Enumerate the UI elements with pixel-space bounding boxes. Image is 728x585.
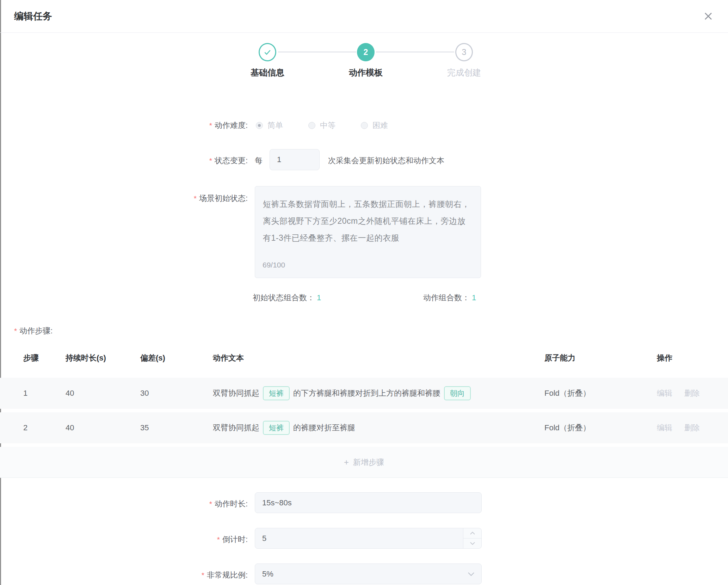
- plus-icon: +: [344, 458, 349, 467]
- spinner-up-button[interactable]: [463, 528, 481, 538]
- action-steps-label: *动作步骤:: [14, 326, 53, 336]
- cell-operations: 编辑 删除: [657, 388, 728, 399]
- required-asterisk: *: [209, 500, 212, 508]
- action-duration-label: *动作时长:: [134, 499, 248, 509]
- state-change-input[interactable]: [270, 149, 320, 170]
- countdown-input-wrap: [255, 528, 482, 549]
- step-2-circle: 2: [357, 43, 375, 61]
- radio-difficulty-easy[interactable]: 简单: [256, 120, 283, 131]
- steps-table-header: 步骤 持续时长(s) 偏差(s) 动作文本 原子能力 操作: [0, 347, 728, 369]
- action-combo: 动作组合数：1: [423, 292, 476, 303]
- step-3-circle: 3: [455, 43, 473, 61]
- cell-step: 1: [23, 389, 66, 398]
- edit-task-dialog: 编辑任务 2 3 基础信息 动作模板 完成创建 *动作难度: 简单 中等: [0, 0, 728, 585]
- irregular-ratio-label: *非常规比例:: [134, 570, 248, 580]
- action-text-tag: 朝向: [444, 386, 471, 400]
- number-spinner: [463, 528, 481, 548]
- action-text-segment: 双臂协同抓起: [213, 423, 259, 433]
- action-text-tag: 短裤: [263, 421, 290, 435]
- add-step-button[interactable]: + 新增步骤: [344, 457, 384, 468]
- required-asterisk: *: [202, 571, 204, 579]
- required-asterisk: *: [209, 156, 212, 165]
- step-2-number: 2: [364, 48, 368, 57]
- cell-deviation: 35: [140, 423, 213, 432]
- step-1-circle: [259, 43, 276, 61]
- cell-duration: 40: [66, 389, 140, 398]
- close-button[interactable]: [701, 9, 715, 23]
- action-text-segment: 的裤腰对折至裤腿: [293, 423, 355, 433]
- add-step-label: 新增步骤: [353, 457, 384, 468]
- countdown-input[interactable]: [255, 528, 452, 548]
- dialog-header: 编辑任务: [0, 0, 728, 32]
- col-header-deviation: 偏差(s): [140, 353, 213, 363]
- spinner-down-button[interactable]: [463, 538, 481, 548]
- cell-ability: Fold（折叠）: [544, 423, 657, 433]
- radio-difficulty-hard[interactable]: 困难: [361, 120, 388, 131]
- cell-step: 2: [23, 423, 66, 432]
- dialog-title: 编辑任务: [14, 0, 52, 32]
- radio-icon: [256, 122, 263, 129]
- delete-link[interactable]: 删除: [684, 423, 700, 433]
- required-asterisk: *: [14, 327, 17, 335]
- radio-label: 困难: [372, 120, 388, 131]
- irregular-ratio-select[interactable]: 5%: [255, 564, 482, 584]
- radio-label: 简单: [267, 120, 283, 131]
- dialog-left-edge: [0, 0, 1, 585]
- edit-link[interactable]: 编辑: [657, 388, 672, 399]
- action-duration-input[interactable]: [255, 492, 482, 513]
- radio-icon: [308, 122, 315, 129]
- step-connector-1: [278, 51, 356, 53]
- step-3-number: 3: [462, 48, 467, 57]
- table-row: 2 40 35 双臂协同抓起短裤的裤腰对折至裤腿 Fold（折叠） 编辑 删除: [0, 412, 728, 443]
- col-header-step: 步骤: [23, 353, 66, 363]
- step-2-label: 动作模板: [316, 67, 415, 78]
- chevron-up-icon: [470, 531, 475, 535]
- action-text-tag: 短裤: [263, 386, 290, 400]
- cell-action-text: 双臂协同抓起短裤的裤腰对折至裤腿: [213, 421, 544, 435]
- required-asterisk: *: [194, 194, 197, 202]
- radio-label: 中等: [320, 120, 335, 131]
- step-connector-2: [376, 51, 454, 53]
- scene-initial-state-label: *场景初始状态:: [134, 193, 248, 204]
- edit-link[interactable]: 编辑: [657, 423, 672, 433]
- cell-deviation: 30: [140, 389, 213, 398]
- step-1-label: 基础信息: [218, 67, 317, 78]
- action-text-segment: 的下方裤腿和裤腰对折到上方的裤腿和裤腰: [293, 388, 440, 399]
- col-header-ability: 原子能力: [544, 353, 657, 363]
- col-header-action-text: 动作文本: [213, 353, 544, 363]
- irregular-ratio-value: 5%: [262, 569, 273, 579]
- difficulty-label: *动作难度:: [134, 120, 248, 131]
- table-row: 1 40 30 双臂协同抓起短裤的下方裤腿和裤腰对折到上方的裤腿和裤腰朝向 Fo…: [0, 378, 728, 409]
- initial-combo-value: 1: [317, 293, 321, 302]
- chevron-down-icon: [467, 572, 475, 577]
- cell-action-text: 双臂协同抓起短裤的下方裤腿和裤腰对折到上方的裤腿和裤腰朝向: [213, 386, 544, 400]
- close-icon: [703, 11, 714, 22]
- chevron-down-icon: [470, 542, 475, 545]
- initial-state-combo: 初始状态组合数：1: [253, 292, 321, 303]
- col-header-operations: 操作: [657, 353, 728, 363]
- header-divider: [0, 32, 728, 33]
- required-asterisk: *: [209, 121, 212, 129]
- state-change-prefix: 每: [255, 155, 263, 166]
- action-text-segment: 双臂协同抓起: [213, 388, 259, 399]
- required-asterisk: *: [217, 535, 220, 543]
- radio-icon: [361, 122, 368, 129]
- cell-operations: 编辑 删除: [657, 423, 728, 433]
- cell-ability: Fold（折叠）: [544, 388, 657, 399]
- col-header-duration: 持续时长(s): [66, 353, 140, 363]
- countdown-label: *倒计时:: [134, 534, 248, 545]
- check-icon: [263, 47, 272, 57]
- radio-difficulty-medium[interactable]: 中等: [308, 120, 335, 131]
- action-combo-value: 1: [472, 293, 476, 302]
- delete-link[interactable]: 删除: [684, 388, 700, 399]
- state-change-label: *状态变更:: [134, 155, 248, 166]
- state-change-suffix: 次采集会更新初始状态和动作文本: [328, 155, 444, 166]
- add-step-row: + 新增步骤: [0, 447, 728, 478]
- scene-initial-state-textarea[interactable]: 短裤五条数据背面朝上，五条数据正面朝上，裤腰朝右，离头部视野下方至少20cm之外…: [255, 186, 481, 278]
- char-counter: 69/100: [263, 261, 285, 269]
- step-3-label: 完成创建: [415, 67, 513, 78]
- cell-duration: 40: [66, 423, 140, 432]
